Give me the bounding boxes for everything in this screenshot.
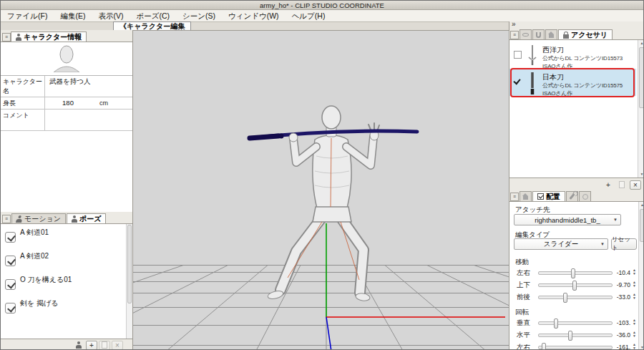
collapse-panel-chevron[interactable]: » — [512, 20, 516, 28]
panel-menu-icon[interactable]: ≡ — [2, 215, 11, 223]
slider-track[interactable] — [538, 334, 613, 337]
pose-item-label: O 刀を構える01 — [20, 275, 72, 285]
tab-character-edit[interactable]: 《キャラクター編集 — [113, 21, 191, 30]
scroll-up-icon[interactable]: ▲ — [639, 202, 644, 208]
tab-character-info[interactable]: キャラクター情報 — [11, 31, 87, 42]
tab-info[interactable] — [519, 191, 532, 201]
menu-pose[interactable]: ポーズ(C) — [130, 10, 176, 21]
pose-check-icon[interactable] — [5, 279, 16, 290]
floor-grid — [133, 215, 509, 350]
height-value[interactable]: 180 — [49, 99, 87, 107]
menu-window[interactable]: ウィンドウ(W) — [222, 10, 286, 21]
delete-accessory-button[interactable]: × — [630, 180, 641, 190]
duplicate-pose-button[interactable] — [99, 341, 110, 350]
slider-thumb[interactable] — [572, 281, 577, 291]
scroll-down-icon[interactable]: ▼ — [638, 171, 644, 178]
3d-viewport[interactable] — [133, 30, 509, 350]
slider-row-move-z: 前後 -33.0 ▲▼ — [509, 292, 638, 302]
scroll-up-icon[interactable]: ▲ — [638, 40, 644, 47]
accessory-item-western-sword[interactable]: 西洋刀 公式からDL コンテンツID15573 ISAOさん作 — [509, 42, 636, 69]
pose-check-icon[interactable] — [5, 303, 16, 313]
home-icon — [523, 196, 528, 200]
slider-track[interactable] — [538, 296, 613, 299]
reset-button[interactable]: リセット — [611, 238, 637, 250]
slider-thumb[interactable] — [571, 268, 575, 278]
menu-file[interactable]: ファイル(F) — [1, 10, 54, 21]
tab-placement[interactable]: 配置 — [532, 191, 565, 201]
slider-thumb[interactable] — [542, 343, 546, 350]
slider-row-rotate-h: 水平 -36.0 ▲▼ — [509, 330, 638, 340]
tab-pose[interactable]: ポーズ — [67, 213, 106, 223]
duplicate-accessory-button[interactable] — [616, 180, 628, 190]
tab-magnet[interactable] — [532, 29, 545, 39]
slider-track[interactable] — [538, 346, 613, 349]
name-value[interactable]: 武器を持つ人 — [45, 76, 132, 97]
value-stepper[interactable]: ▲▼ — [632, 268, 637, 276]
tab-other[interactable] — [579, 191, 591, 201]
add-pose-button[interactable]: + — [86, 341, 97, 350]
menu-view[interactable]: 表示(V) — [92, 10, 130, 21]
slider-value[interactable]: -33.0 — [614, 293, 630, 301]
delete-pose-button[interactable]: × — [112, 341, 123, 350]
slider-value[interactable]: -9.70 — [614, 281, 630, 288]
slider-thumb[interactable] — [563, 293, 567, 303]
comment-value[interactable] — [45, 110, 132, 130]
apply-pose-button[interactable] — [73, 341, 84, 350]
slider-value[interactable]: -161. — [614, 344, 630, 350]
value-stepper[interactable]: ▲▼ — [632, 293, 637, 300]
eye-icon — [522, 33, 529, 37]
tab-background[interactable] — [545, 29, 557, 39]
panel-menu-icon[interactable]: ≡ — [2, 33, 11, 42]
slider-value[interactable]: -10.4 — [614, 269, 630, 276]
accessory-list: 西洋刀 公式からDL コンテンツID15573 ISAOさん作 日本刀 公式から… — [509, 39, 644, 178]
slider-track[interactable] — [538, 283, 613, 287]
value-stepper[interactable]: ▲▼ — [632, 343, 637, 350]
window-title-bar[interactable]: army_ho* - CLIP STUDIO COORDINATE — [1, 1, 643, 10]
pose-list-item[interactable]: A 剣道02 — [1, 251, 122, 272]
character-thumbnail[interactable] — [1, 44, 132, 74]
tab-pose-label: ポーズ — [79, 214, 101, 224]
slider-track[interactable] — [538, 271, 613, 275]
check-icon[interactable] — [513, 77, 521, 84]
viewport-scene — [133, 31, 509, 350]
menu-help[interactable]: ヘルプ(H) — [286, 10, 332, 21]
slider-label: 垂直 — [517, 319, 530, 328]
panel-menu-icon[interactable]: ≡ — [510, 193, 519, 201]
slider-value[interactable]: -103. — [614, 319, 630, 326]
accessory-checkbox[interactable] — [514, 51, 522, 59]
edit-type-dropdown[interactable]: スライダー ▼ — [514, 238, 608, 250]
value-stepper[interactable]: ▲▼ — [632, 331, 637, 338]
name-label: キャラクター名 — [1, 76, 45, 97]
scroll-down-icon[interactable]: ▼ — [639, 344, 644, 350]
accessory-item-japanese-sword[interactable]: 日本刀 公式からDL コンテンツID15575 ISAOさん作 — [509, 69, 636, 96]
slider-value[interactable]: -36.0 — [614, 331, 630, 339]
pose-list-scrollbar[interactable] — [126, 224, 132, 339]
pose-list-item[interactable]: 剣を 掲げる — [1, 298, 122, 319]
pose-check-icon[interactable] — [5, 232, 16, 243]
panel-menu-icon[interactable]: ≡ — [510, 31, 519, 39]
menu-scene[interactable]: シーン(S) — [176, 10, 222, 21]
add-accessory-button[interactable]: + — [602, 180, 614, 190]
tab-accessory[interactable]: アクセサリ — [558, 29, 613, 39]
table-row: 身長 180cm — [1, 97, 132, 110]
slider-label: 左右 — [517, 343, 530, 350]
value-stepper[interactable]: ▲▼ — [632, 281, 637, 288]
tab-tool[interactable] — [566, 191, 578, 201]
attach-target-dropdown[interactable]: righthandmiddle1_tb_ ▼ — [514, 214, 621, 225]
slider-track[interactable] — [538, 321, 613, 325]
slider-thumb[interactable] — [568, 331, 572, 341]
tab-motion[interactable]: モーション — [11, 213, 66, 223]
placement-panel: ≡ 配置 アタッチ先 righthandmiddle1_tb_ ▼ 編集タイプ … — [509, 190, 644, 350]
accessory-list-scrollbar[interactable]: ▲ ▼ — [638, 40, 644, 178]
placement-scrollbar[interactable]: ▲ ▼ — [638, 202, 644, 350]
value-stepper[interactable]: ▲▼ — [632, 319, 637, 326]
pose-check-icon[interactable] — [5, 256, 16, 266]
tab-character[interactable] — [519, 29, 532, 39]
pose-list-item[interactable]: O 刀を構える01 — [1, 274, 122, 296]
slider-row-rotate-lr: 左右 -161. ▲▼ — [509, 342, 638, 350]
menu-edit[interactable]: 編集(E) — [54, 10, 92, 21]
magnet-icon — [536, 32, 541, 38]
pose-item-label: 剣を 掲げる — [20, 298, 58, 308]
slider-thumb[interactable] — [554, 319, 558, 329]
pose-list-item[interactable]: A 剣道01 — [1, 227, 122, 248]
